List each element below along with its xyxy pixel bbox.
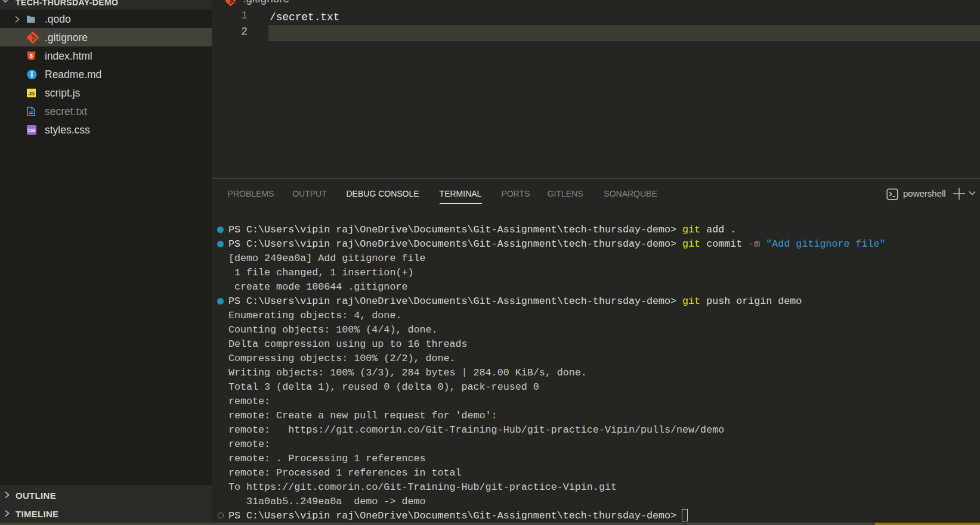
svg-text:5: 5	[30, 52, 33, 59]
svg-text:CSS: CSS	[27, 128, 36, 132]
svg-text:JS: JS	[28, 90, 35, 96]
